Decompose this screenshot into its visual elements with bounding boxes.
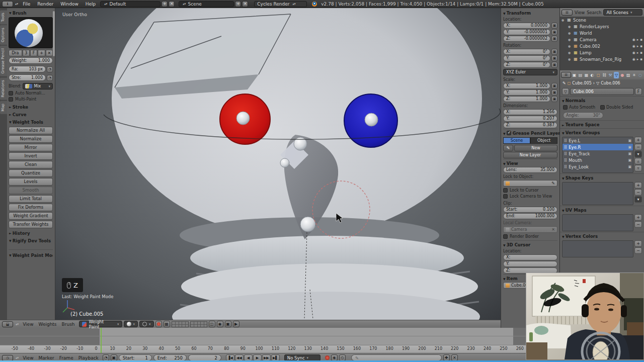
lock-to-object-picker[interactable]: ✎ [503, 180, 557, 187]
weight-tool-button[interactable]: Invert [9, 152, 53, 160]
view-panel-header[interactable]: View [503, 159, 557, 166]
grease-pencil-panel-header[interactable]: Grease Pencil Layer [503, 129, 557, 136]
expand-icon[interactable]: ● [561, 18, 565, 22]
mode-select[interactable]: Weight Paint [79, 321, 122, 327]
shape-keys-panel-header[interactable]: Shape Keys [560, 173, 644, 182]
texture-space-panel-header[interactable]: Texture Space [560, 120, 644, 128]
gp-tab-object[interactable]: Object [530, 137, 557, 144]
3d-cursor-panel-header[interactable]: 3D Cursor [503, 240, 557, 248]
weight-paint-mode-panel-header[interactable]: Weight Paint Mode [9, 249, 53, 259]
menu-item[interactable]: Help [82, 0, 100, 8]
outliner-row[interactable]: ● ▦ Camera ◉ ▸ ▪ [560, 36, 644, 43]
outliner-row[interactable]: ● ▦ Lamp ◉ ▸ ▪ [560, 49, 644, 56]
brush-preview[interactable] [9, 17, 53, 48]
scale-field[interactable]: X:1.000 [503, 83, 550, 89]
timeline-menu-item[interactable]: Playback [76, 355, 101, 360]
add-vertex-color-button[interactable]: + [634, 240, 642, 247]
pivot-center-select[interactable] [139, 321, 154, 327]
renderable-camera-icon[interactable]: ▪ [640, 51, 642, 55]
vertex-group-row[interactable]: ⠿ Mouth ▣ [562, 157, 633, 163]
renderable-camera-icon[interactable]: ▪ [640, 57, 642, 61]
timeline-playhead[interactable] [101, 328, 102, 353]
visibility-eye-icon[interactable]: ◉ [632, 44, 635, 48]
gp-new-layer-button[interactable]: New Layer [503, 152, 557, 158]
close-layout-button[interactable]: ✕ [169, 1, 175, 7]
modifiers-tab-icon[interactable]: ⚒ [608, 72, 613, 78]
lock-icon[interactable]: ▣ [551, 83, 557, 89]
gp-new-button[interactable]: New [514, 145, 557, 151]
local-camera-field[interactable]: Camera ✕ [503, 226, 557, 233]
editor-type-outliner-icon[interactable]: ☰ [561, 10, 573, 16]
clip-end-field[interactable]: End:1000.000 [503, 213, 557, 219]
lock-icon[interactable]: ▣ [628, 165, 631, 169]
mesh-browse-icon[interactable]: ▽ [562, 88, 569, 95]
outliner-row[interactable]: ● ▦ RenderLayers ◉ ▸ ▪ [560, 23, 644, 30]
jaw-bone-sphere[interactable] [280, 158, 289, 167]
lock-icon[interactable]: ▣ [551, 89, 557, 96]
breadcrumb-data[interactable]: Cube.006 [601, 81, 620, 85]
object-tab-icon[interactable]: ◻ [596, 72, 601, 78]
visibility-eye-icon[interactable]: ◉ [632, 57, 635, 61]
lock-icon[interactable]: ▣ [551, 55, 557, 61]
brush-panel-header[interactable]: Brush [9, 9, 53, 17]
radius-pressure-icon[interactable]: ◔ [47, 66, 53, 72]
snap-magnet-icon[interactable]: ◉ [217, 321, 223, 327]
weight-tool-button[interactable]: Normalize All [9, 127, 53, 134]
lens-field[interactable]: Lens:35.000 [503, 167, 557, 173]
rotation-field[interactable]: Y:0° [503, 55, 550, 61]
rotation-field[interactable]: Z:0° [503, 62, 550, 68]
editor-type-arrows-icon[interactable]: ▲▼ [16, 323, 19, 325]
remove-shape-key-button[interactable]: − [634, 189, 642, 196]
outliner-row[interactable]: ● ▦ Scene ◉ ▸ ▪ [560, 17, 644, 23]
particles-tab-icon[interactable]: ✳ [631, 72, 637, 78]
location-field[interactable]: Y:-0.0000001 [503, 29, 550, 35]
scene-tab-icon[interactable]: ▦ [584, 72, 589, 78]
auto-normalize-checkbox[interactable] [9, 91, 13, 96]
lock-icon[interactable]: ▣ [628, 145, 631, 149]
scale-field[interactable]: Z:1.000 [503, 96, 550, 102]
weight-slider[interactable]: Weight: 1.000 [9, 57, 53, 64]
expand-icon[interactable]: ● [568, 51, 572, 54]
move-group-up-button[interactable]: ▵ [634, 158, 642, 164]
strength-pressure-icon[interactable]: ◔ [47, 75, 53, 81]
vertex-group-row[interactable]: ⠿ Eye.R ▣ [562, 144, 633, 150]
weight-tool-button[interactable]: Clean [9, 161, 53, 168]
dimension-field[interactable]: X:1.266 [503, 109, 557, 115]
rigify-panel-header[interactable]: Rigify Dev Tools [9, 237, 53, 244]
selectable-arrow-icon[interactable]: ▸ [637, 51, 639, 55]
lock-icon[interactable]: ▣ [551, 29, 557, 35]
lock-icon[interactable]: ▣ [551, 62, 557, 68]
editor-type-properties-icon[interactable]: ☰ [561, 72, 571, 78]
renderable-camera-icon[interactable]: ▪ [640, 44, 642, 48]
lock-icon[interactable]: ▣ [551, 96, 557, 102]
viewport-3d[interactable]: User Ortho Z Last: Weight Paint Mode (2)… [55, 8, 501, 320]
expand-icon[interactable]: ● [568, 31, 572, 35]
tool-shelf-tab[interactable]: Relations [0, 77, 7, 100]
curve-panel-header[interactable]: Curve [9, 111, 53, 118]
add-scene-button[interactable]: + [235, 1, 241, 7]
outliner-view-menu[interactable]: View [575, 10, 585, 15]
rotation-field[interactable]: X:0° [503, 49, 550, 55]
weight-tool-button[interactable]: Quantize [9, 169, 53, 177]
timeline-menu-item[interactable]: Frame [57, 355, 76, 360]
weight-tool-button[interactable]: Smooth [9, 187, 53, 194]
menu-item[interactable]: Render [34, 0, 57, 8]
vertex-group-specials-button[interactable]: ▾ [634, 151, 642, 157]
viewport-menu-item[interactable]: View [20, 322, 36, 327]
menu-item[interactable]: File [19, 0, 34, 8]
outliner-scope-select[interactable]: All Scenes [603, 9, 642, 16]
lock-icon[interactable]: ▣ [628, 152, 631, 156]
texture-tab-icon[interactable]: ▨ [625, 72, 631, 78]
object-data-tab-icon[interactable]: ▽ [614, 72, 619, 78]
expand-icon[interactable]: ● [568, 25, 572, 28]
render-border-option[interactable]: Render Border [503, 234, 557, 239]
gp-tab-scene[interactable]: Scene [503, 137, 530, 144]
weight-tool-button[interactable]: Levels [9, 178, 53, 186]
visibility-eye-icon[interactable]: ◉ [632, 38, 635, 42]
layers-grid[interactable] [172, 321, 189, 327]
outliner-row[interactable]: ● ▦ Cube.002 ◉ ▸ ▪ [560, 43, 644, 49]
tool-shelf-tab[interactable]: Map [0, 101, 7, 114]
location-field[interactable]: X:0.00000 [503, 23, 550, 29]
viewport-menu-item[interactable]: Brush [59, 322, 77, 327]
vertex-groups-panel-header[interactable]: Vertex Groups [560, 128, 644, 136]
